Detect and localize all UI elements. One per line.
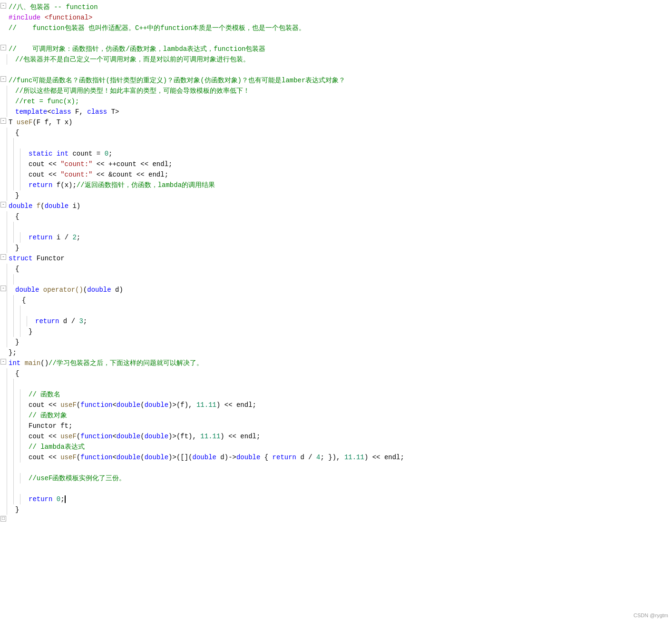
indent-33-1 bbox=[7, 337, 13, 347]
gutter-42 bbox=[0, 431, 7, 432]
line-26: { bbox=[0, 264, 672, 274]
gutter-43 bbox=[0, 442, 7, 443]
indent-31-2 bbox=[13, 316, 20, 326]
indent-22-1 bbox=[7, 222, 13, 232]
line-11: template<class F, class T> bbox=[0, 107, 672, 117]
code-1: //八、包装器 -- function bbox=[7, 2, 672, 12]
code-24: } bbox=[13, 243, 672, 253]
code-19: } bbox=[13, 190, 672, 201]
line-17: cout << "count:" << &count << endl; bbox=[0, 169, 672, 180]
gutter-26 bbox=[0, 264, 7, 265]
line-23: return i / 2; bbox=[0, 232, 672, 243]
line-47 bbox=[0, 484, 672, 494]
indent-17-3 bbox=[20, 169, 27, 180]
line-25: - struct Functor bbox=[0, 253, 672, 264]
line-4 bbox=[0, 33, 672, 44]
line-46: //useF函数模板实例化了三份。 bbox=[0, 473, 672, 484]
code-44: cout << useF(function<double(double)>([]… bbox=[27, 452, 672, 463]
line-27 bbox=[0, 274, 672, 285]
code-26: { bbox=[13, 264, 672, 274]
code-10: //ret = func(x); bbox=[13, 96, 672, 107]
gutter-8[interactable]: - bbox=[0, 75, 7, 82]
gutter-50[interactable]: □ bbox=[0, 515, 7, 522]
code-7 bbox=[7, 65, 672, 75]
gutter-12[interactable]: - bbox=[0, 117, 7, 124]
indent-48-1 bbox=[7, 494, 13, 504]
indent-30-1 bbox=[7, 306, 13, 316]
gutter-25[interactable]: - bbox=[0, 253, 7, 260]
gutter-15 bbox=[0, 148, 7, 149]
indent-22-2 bbox=[13, 222, 20, 232]
indent-31-3 bbox=[20, 316, 27, 326]
indent-38-2 bbox=[13, 389, 20, 400]
indent-30-3 bbox=[20, 306, 27, 316]
gutter-13 bbox=[0, 128, 7, 128]
line-22 bbox=[0, 222, 672, 232]
gutter-20[interactable]: - bbox=[0, 201, 7, 207]
indent-18-3 bbox=[20, 180, 27, 190]
code-12: T useF(F f, T x) bbox=[7, 117, 672, 128]
indent-23-2 bbox=[13, 232, 20, 243]
indent-13-1 bbox=[7, 128, 13, 138]
indent-46-3 bbox=[20, 473, 27, 484]
indent-42-2 bbox=[13, 431, 20, 442]
gutter-27 bbox=[0, 274, 7, 275]
indent-14-2 bbox=[13, 138, 20, 148]
code-48: return 0; bbox=[27, 494, 672, 504]
line-43: // lambda表达式 bbox=[0, 442, 672, 452]
gutter-14 bbox=[0, 138, 7, 139]
line-41: Functor ft; bbox=[0, 421, 672, 431]
line-12: - T useF(F f, T x) bbox=[0, 117, 672, 128]
code-8: //func可能是函数名？函数指针(指针类型的重定义)？函数对象(仿函数对象)？… bbox=[7, 75, 672, 86]
code-39: cout << useF(function<double(double)>(f)… bbox=[27, 400, 672, 410]
line-14 bbox=[0, 138, 672, 148]
line-2: #include <functional> bbox=[0, 12, 672, 23]
indent-44-1 bbox=[7, 452, 13, 463]
code-47 bbox=[20, 484, 672, 494]
indent-32-1 bbox=[7, 326, 13, 337]
code-36: { bbox=[13, 368, 672, 379]
gutter-40 bbox=[0, 410, 7, 411]
code-23: return i / 2; bbox=[27, 232, 672, 243]
gutter-44 bbox=[0, 452, 7, 453]
gutter-11 bbox=[0, 107, 7, 108]
code-17: cout << "count:" << &count << endl; bbox=[27, 169, 672, 180]
text-cursor bbox=[65, 495, 66, 503]
indent-28-1 bbox=[7, 285, 13, 295]
code-37 bbox=[20, 379, 672, 389]
line-34: }; bbox=[0, 347, 672, 358]
code-41: Functor ft; bbox=[27, 421, 672, 431]
gutter-41 bbox=[0, 421, 7, 422]
gutter-37 bbox=[0, 379, 7, 380]
line-6: //包装器并不是自己定义一个可调用对象，而是对以前的可调用对象进行包装。 bbox=[0, 54, 672, 65]
indent-49-1 bbox=[7, 504, 13, 515]
line-10: //ret = func(x); bbox=[0, 96, 672, 107]
indent-31-1 bbox=[7, 316, 13, 326]
line-44: cout << useF(function<double(double)>([]… bbox=[0, 452, 672, 463]
line-28: - double operator()(double d) bbox=[0, 285, 672, 295]
gutter-4 bbox=[0, 33, 7, 34]
line-24: } bbox=[0, 243, 672, 253]
gutter-32 bbox=[0, 326, 7, 327]
indent-19-1 bbox=[7, 190, 13, 201]
line-3: // function包装器 也叫作适配器。C++中的function本质是一个… bbox=[0, 23, 672, 33]
indent-42-3 bbox=[20, 431, 27, 442]
line-33: } bbox=[0, 337, 672, 347]
indent-30-2 bbox=[13, 306, 20, 316]
code-9: //所以这些都是可调用的类型！如此丰富的类型，可能会导致模板的效率低下！ bbox=[13, 86, 672, 96]
line-29: { bbox=[0, 295, 672, 306]
indent-32-3 bbox=[20, 326, 27, 337]
indent-44-2 bbox=[13, 452, 20, 463]
indent-38-1 bbox=[7, 389, 13, 400]
gutter-5[interactable]: - bbox=[0, 44, 7, 50]
gutter-1[interactable]: - bbox=[0, 2, 7, 9]
line-8: - //func可能是函数名？函数指针(指针类型的重定义)？函数对象(仿函数对象… bbox=[0, 75, 672, 86]
indent-16-2 bbox=[13, 159, 20, 169]
indent-11-1 bbox=[7, 107, 13, 117]
indent-23-1 bbox=[7, 232, 13, 243]
indent-38-3 bbox=[20, 389, 27, 400]
indent-31-4 bbox=[27, 316, 33, 326]
indent-29-1 bbox=[7, 295, 13, 306]
gutter-35[interactable]: - bbox=[0, 358, 7, 365]
gutter-28[interactable]: - bbox=[0, 285, 7, 291]
